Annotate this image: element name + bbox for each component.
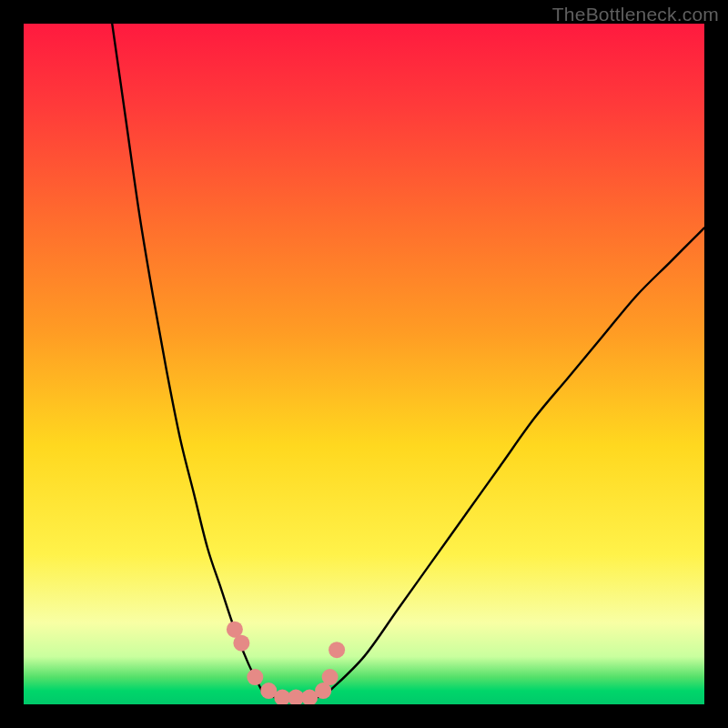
curve-left: [112, 24, 262, 691]
valley-markers: [227, 622, 345, 704]
chart-stage: TheBottleneck.com: [0, 0, 728, 728]
valley-marker: [247, 669, 263, 685]
curve-right: [330, 228, 704, 691]
chart-plot-area: [24, 24, 704, 704]
watermark-text: TheBottleneck.com: [552, 4, 719, 25]
valley-marker: [329, 642, 345, 658]
valley-marker: [322, 669, 339, 685]
valley-marker: [233, 635, 249, 652]
curve-layer: [24, 24, 704, 704]
